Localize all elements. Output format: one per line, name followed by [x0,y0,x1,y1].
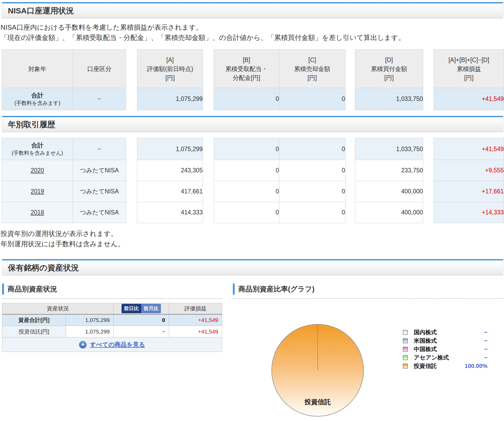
note-line-1: 投資年別の運用状況が表示されます。 [1,229,504,239]
history-total-d: 1,033,750 [355,138,423,160]
history-group-year-account: 合計 (手数料を含みません) − 2020 つみたてNISA 2019 つみたて… [2,138,126,223]
col-header-d: [D]累積買付金額[円] [355,50,423,88]
col-header-pl: [A]+[B]+[C]−[D]累積損益[円] [434,50,504,88]
section-title: 年別取引履歴 [8,119,55,130]
col-header-account: 口座区分 [73,50,126,88]
summary-group-d: [D]累積買付金額[円] 1,033,750 [355,49,423,110]
assets-total-pl: +41,549 [169,314,222,326]
assets-panel: 商品別資産状況 資産状況 前日比 前月比 評価損益 [2,283,222,352]
history-total-c: 0 [279,138,345,160]
history-total-pl: +41,549 [434,138,504,160]
year-link-2018[interactable]: 2018 [31,209,44,216]
history-group-d: 1,033,750 233,750 400,000 400,000 [355,138,423,223]
legend-swatch-us [403,338,408,343]
history-account-cell: つみたてNISA [73,160,126,181]
history-account-cell: つみたてNISA [73,202,126,223]
assets-total-change: 0 [114,314,169,326]
assets-header-pl: 評価損益 [169,303,222,314]
summary-group-bc: [B]累積受取配当・分配金[円] [C]累積売却金額[円] 0 0 [214,49,345,110]
legend-swatch-fund [403,364,408,368]
legend-item-us: 米国株式 − [403,338,487,343]
history-year-cell: 2018 [2,202,73,223]
summary-value-pl: +41,549 [434,88,504,110]
tab-prev-day[interactable]: 前日比 [122,304,141,313]
assets-row-total: 資産合計[円] 1,075,299 0 +41,549 [2,314,222,326]
assets-fund-pl: +41,549 [169,326,222,337]
legend-swatch-china [403,347,408,352]
section-title: NISA口座運用状況 [8,6,74,16]
pie-chart: 投資信託 [271,324,364,417]
history-b: 0 [214,202,279,223]
history-year-cell: 2019 [2,181,73,202]
history-a: 417,661 [137,181,203,202]
legend-swatch-asean [403,355,408,360]
history-total-b: 0 [214,138,279,160]
assets-total-value: 1,075,299 [66,314,114,326]
col-header-c: [C]累積売却金額[円] [279,50,345,88]
summary-value-d: 1,033,750 [355,88,423,110]
summary-value-b: 0 [214,88,279,110]
summary-table: 対象年 口座区分 合計 (手数料を含みます) − [A]評価額(前日時点)[円]… [2,49,504,110]
divider-dashed [2,298,222,299]
history-a: 243,305 [137,160,203,181]
assets-total-label: 資産合計[円] [2,314,66,326]
title-accent-bar [2,284,4,295]
title-accent-bar [233,284,235,295]
year-link-2019[interactable]: 2019 [31,188,44,195]
history-pl: +17,661 [434,181,504,202]
history-group-pl: +41,549 +9,555 +17,661 +14,333 [434,138,504,223]
history-a: 414,333 [137,202,203,223]
legend-swatch-domestic [403,330,408,335]
assets-header-status: 資産状況 [2,303,114,314]
pie-slice-label: 投資信託 [272,398,363,406]
history-d: 233,750 [355,160,423,181]
history-notes: 投資年別の運用状況が表示されます。 年別運用状況には手数料は含みません。 [1,229,504,249]
summary-value-a: 1,075,299 [137,88,203,110]
history-table: 合計 (手数料を含みません) − 2020 つみたてNISA 2019 つみたて… [2,138,504,223]
description-line-1: NISA口座内における手数料を考慮した累積損益が表示されます。 [1,22,504,33]
assets-row-fund: 投資信託[円] 1,075,299 − +41,549 [2,326,222,337]
history-group-bc: 0 0 0 0 0 0 0 0 [214,138,345,223]
col-header-a: [A]評価額(前日時点)[円] [137,50,203,88]
section-header-holdings: 保有銘柄の資産状況 [2,259,503,275]
legend-item-domestic: 国内株式 − [403,330,487,335]
divider-dashed [233,298,503,299]
history-pl: +14,333 [434,202,504,223]
history-c: 0 [279,181,345,202]
history-total-account-cell: − [73,138,126,160]
chart-legend: 国内株式 − 米国株式 − 中国株式 − アセアン株式 − 投資信託 1 [403,330,487,372]
year-link-2020[interactable]: 2020 [31,167,44,174]
assets-link-row: + すべての商品を見る [2,337,222,352]
history-b: 0 [214,160,279,181]
legend-item-asean: アセアン株式 − [403,355,487,360]
assets-fund-label: 投資信託[円] [2,326,66,337]
history-year-cell: 2020 [2,160,73,181]
history-total-label-cell: 合計 (手数料を含みません) [2,138,73,160]
col-header-year: 対象年 [2,50,73,88]
plus-icon: + [79,341,87,348]
assets-header-tabs: 前日比 前月比 [114,303,169,314]
history-c: 0 [279,202,345,223]
history-group-a: 1,075,299 243,305 417,661 414,333 [137,138,203,223]
assets-fund-value: 1,075,299 [66,326,114,337]
assets-table: 資産状況 前日比 前月比 評価損益 資産合計[円] 1,075,299 0 +4… [2,303,222,352]
chart-panel: 商品別資産比率(グラフ) 投資信託 国内株式 − 米国株式 − 中国株式 − [233,283,503,299]
tab-prev-month[interactable]: 前月比 [141,304,161,313]
history-total-a: 1,075,299 [137,138,203,160]
assets-fund-change: − [114,326,169,337]
note-line-2: 年別運用状況には手数料は含みません。 [1,239,504,249]
history-d: 400,000 [355,181,423,202]
history-b: 0 [214,181,279,202]
section-header-nisa-status: NISA口座運用状況 [2,2,503,18]
assets-panel-title: 商品別資産状況 [2,283,222,295]
summary-label-cell: 合計 (手数料を含みます) [2,88,73,110]
history-d: 400,000 [355,202,423,223]
history-pl: +9,555 [434,160,504,181]
history-account-cell: つみたてNISA [73,181,126,202]
legend-item-china: 中国株式 − [403,347,487,352]
summary-group-pl: [A]+[B]+[C]−[D]累積損益[円] +41,549 [434,49,504,110]
history-c: 0 [279,160,345,181]
view-all-products-link[interactable]: + すべての商品を見る [79,341,145,349]
summary-group-year-account: 対象年 口座区分 合計 (手数料を含みます) − [2,49,126,110]
section-header-yearly-history: 年別取引履歴 [2,116,503,132]
